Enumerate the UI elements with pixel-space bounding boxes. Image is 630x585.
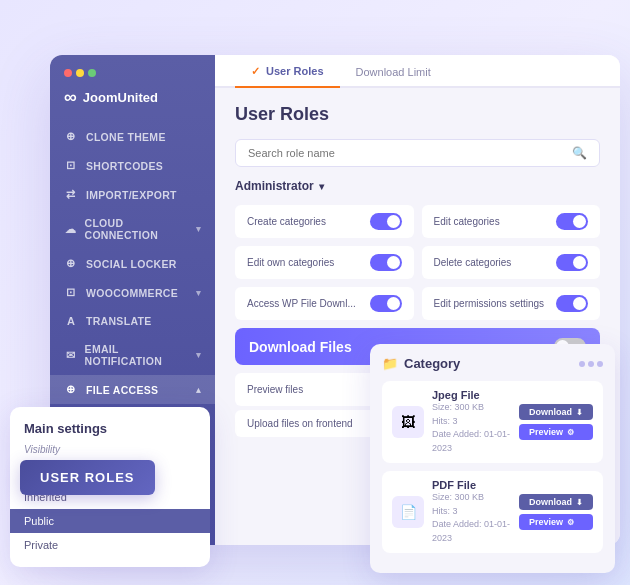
sidebar-item-label: IMPORT/EXPORT	[86, 189, 177, 201]
tabs-bar: ✓ User Roles Download Limit	[215, 55, 620, 88]
file-access-icon: ⊕	[64, 383, 78, 396]
woocommerce-icon: ⊡	[64, 286, 78, 299]
permissions-grid: Create categories Edit categories Edit o…	[235, 205, 600, 320]
permission-edit-permissions: Edit permissions settings	[422, 287, 601, 320]
file-info-jpeg: Jpeg File Size: 300 KB Hits: 3 Date Adde…	[432, 389, 511, 455]
chevron-down-icon: ▾	[196, 224, 201, 234]
toggle-create-categories[interactable]	[370, 213, 402, 230]
category-title: Category	[404, 356, 460, 371]
sidebar-item-label: CLOUD CONNECTION	[85, 217, 188, 241]
download-button-pdf[interactable]: Download ⬇	[519, 494, 593, 510]
logo-text: JoomUnited	[83, 90, 158, 105]
cloud-connection-icon: ☁	[64, 223, 77, 236]
sidebar-item-social-locker[interactable]: ⊕ SOCIAL LOCKER	[50, 249, 215, 278]
import-export-icon: ⇄	[64, 188, 78, 201]
permission-edit-own-categories: Edit own categories	[235, 246, 414, 279]
tab-label: Download Limit	[356, 66, 431, 78]
category-dots	[579, 361, 603, 367]
translate-icon: A	[64, 315, 78, 327]
sidebar-item-label: CLONE THEME	[86, 131, 166, 143]
download-icon: ⬇	[576, 408, 583, 417]
search-icon: 🔍	[572, 146, 587, 160]
file-thumb-pdf: 📄	[392, 496, 424, 528]
sidebar-item-translate[interactable]: A TRANSLATE	[50, 307, 215, 335]
preview-button-jpeg[interactable]: Preview ⚙	[519, 424, 593, 440]
chevron-down-icon: ▾	[196, 288, 201, 298]
file-thumb-jpeg: 🖼	[392, 406, 424, 438]
sidebar-item-cloud-connection[interactable]: ☁ CLOUD CONNECTION ▾	[50, 209, 215, 249]
sidebar-item-label: EMAIL NOTIFICATION	[85, 343, 188, 367]
file-info-pdf: PDF File Size: 300 KB Hits: 3 Date Added…	[432, 479, 511, 545]
tab-label: User Roles	[266, 65, 323, 77]
chevron-down-icon: ▾	[196, 350, 201, 360]
sidebar-item-label: SHORTCODES	[86, 160, 163, 172]
permission-delete-categories: Delete categories	[422, 246, 601, 279]
chevron-down-icon: ▾	[319, 181, 324, 192]
permission-label: Edit categories	[434, 216, 500, 227]
visibility-option-public2[interactable]: Public	[10, 509, 210, 533]
file-actions-jpeg: Download ⬇ Preview ⚙	[519, 404, 593, 440]
window-dot-green	[88, 69, 96, 77]
sidebar-item-label: SOCIAL LOCKER	[86, 258, 177, 270]
toggle-access-wp[interactable]	[370, 295, 402, 312]
category-panel: 📁 Category 🖼 Jpeg File Size: 300 KB Hits…	[370, 344, 615, 573]
file-card-pdf: 📄 PDF File Size: 300 KB Hits: 3 Date Add…	[382, 471, 603, 553]
permission-label: Preview files	[247, 384, 303, 395]
visibility-label: Visibility	[10, 444, 210, 461]
visibility-option-private[interactable]: Private	[10, 533, 210, 557]
download-icon: ⬇	[576, 498, 583, 507]
sidebar-item-shortcodes[interactable]: ⊡ SHORTCODES	[50, 151, 215, 180]
admin-dropdown[interactable]: Administrator ▾	[235, 179, 600, 193]
toggle-edit-permissions[interactable]	[556, 295, 588, 312]
sidebar-item-import-export[interactable]: ⇄ IMPORT/EXPORT	[50, 180, 215, 209]
sidebar-item-label: WOOCOMMERCE	[86, 287, 178, 299]
search-bar: 🔍	[235, 139, 600, 167]
permission-access-wp: Access WP File Downl...	[235, 287, 414, 320]
permission-label: Access WP File Downl...	[247, 298, 356, 309]
admin-label: Administrator	[235, 179, 314, 193]
toggle-delete-categories[interactable]	[556, 254, 588, 271]
email-icon: ✉	[64, 349, 77, 362]
settings-icon: ⚙	[567, 428, 574, 437]
sidebar-item-clone-theme[interactable]: ⊕ CLONE THEME	[50, 122, 215, 151]
clone-theme-icon: ⊕	[64, 130, 78, 143]
pdf-icon: 📄	[400, 504, 417, 520]
folder-icon: 📁	[382, 356, 398, 371]
permission-label: Edit permissions settings	[434, 298, 545, 309]
sidebar-item-woocommerce[interactable]: ⊡ WOOCOMMERCE ▾	[50, 278, 215, 307]
check-mark-icon: ✓	[251, 65, 260, 77]
jpeg-icon: 🖼	[401, 414, 415, 430]
logo-icon: ∞	[64, 87, 77, 108]
main-settings-title: Main settings	[10, 421, 210, 444]
sidebar-item-file-access[interactable]: ⊕ FILE ACCESS ▴	[50, 375, 215, 404]
permission-edit-categories: Edit categories	[422, 205, 601, 238]
permission-label: Delete categories	[434, 257, 512, 268]
file-meta-pdf: Size: 300 KB Hits: 3 Date Added: 01-01-2…	[432, 491, 511, 545]
file-card-jpeg: 🖼 Jpeg File Size: 300 KB Hits: 3 Date Ad…	[382, 381, 603, 463]
preview-button-pdf[interactable]: Preview ⚙	[519, 514, 593, 530]
download-files-label: Download Files	[249, 339, 352, 355]
toggle-edit-categories[interactable]	[556, 213, 588, 230]
file-name-pdf: PDF File	[432, 479, 511, 491]
sidebar-item-email-notification[interactable]: ✉ EMAIL NOTIFICATION ▾	[50, 335, 215, 375]
page-title: User Roles	[235, 104, 600, 125]
settings-icon: ⚙	[567, 518, 574, 527]
search-input[interactable]	[248, 147, 572, 159]
permission-label: Edit own categories	[247, 257, 334, 268]
toggle-edit-own-categories[interactable]	[370, 254, 402, 271]
download-button-jpeg[interactable]: Download ⬇	[519, 404, 593, 420]
social-locker-icon: ⊕	[64, 257, 78, 270]
file-name-jpeg: Jpeg File	[432, 389, 511, 401]
permission-create-categories: Create categories	[235, 205, 414, 238]
file-actions-pdf: Download ⬇ Preview ⚙	[519, 494, 593, 530]
sidebar-item-label: FILE ACCESS	[86, 384, 158, 396]
window-dot-yellow	[76, 69, 84, 77]
upload-files-label: Upload files on frontend	[247, 418, 353, 429]
tab-user-roles[interactable]: ✓ User Roles	[235, 55, 340, 88]
shortcodes-icon: ⊡	[64, 159, 78, 172]
file-meta-jpeg: Size: 300 KB Hits: 3 Date Added: 01-01-2…	[432, 401, 511, 455]
sidebar-item-label: TRANSLATE	[86, 315, 152, 327]
tab-download-limit[interactable]: Download Limit	[340, 56, 447, 88]
category-header: 📁 Category	[382, 356, 603, 371]
chevron-up-icon: ▴	[196, 385, 201, 395]
